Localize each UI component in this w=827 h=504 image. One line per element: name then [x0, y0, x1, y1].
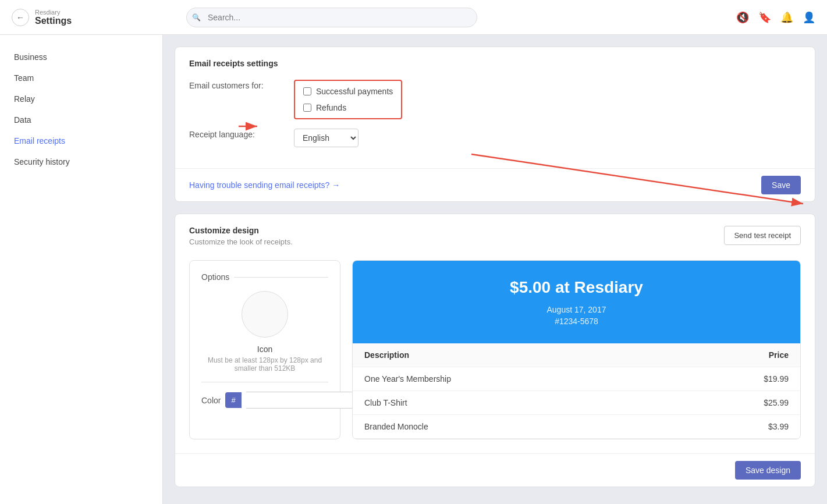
audio-icon[interactable]: 🔇: [736, 11, 749, 24]
icon-hint: Must be at least 128px by 128px and smal…: [201, 356, 328, 372]
save-design-button[interactable]: Save design: [735, 461, 801, 480]
app-name-small: Resdiary: [35, 9, 72, 16]
sidebar-item-business[interactable]: Business: [0, 47, 162, 68]
checkbox-group: Successful payments Refunds: [294, 80, 402, 119]
successful-payments-checkbox[interactable]: [303, 87, 311, 95]
receipt-item-0-desc: One Year's Membership: [364, 374, 451, 384]
customize-card-bottom: Save design: [175, 453, 815, 487]
bell-icon[interactable]: 🔔: [780, 11, 793, 24]
icon-label: Icon: [201, 345, 328, 354]
bookmark-icon[interactable]: 🔖: [758, 11, 771, 24]
receipt-item-2-desc: Branded Monocle: [364, 422, 428, 431]
refunds-checkbox[interactable]: [303, 104, 311, 112]
search-input[interactable]: [186, 8, 477, 27]
email-receipts-footer: Having trouble sending email receipts? →…: [175, 168, 815, 201]
customize-header: Customize design Customize the look of r…: [175, 214, 815, 251]
icon-circle: [242, 291, 288, 338]
app-name-big: Settings: [35, 16, 72, 26]
trouble-link[interactable]: Having trouble sending email receipts? →: [189, 180, 340, 190]
header-left: ← Resdiary Settings: [12, 9, 175, 26]
color-hash-button[interactable]: #: [225, 392, 241, 408]
refunds-item[interactable]: Refunds: [303, 103, 393, 112]
customize-design-card: Customize design Customize the look of r…: [175, 214, 815, 487]
receipt-item-1-desc: Club T-Shirt: [364, 398, 407, 407]
email-receipts-body: Email customers for: Successful payments…: [175, 68, 815, 168]
receipt-amount: $5.00 at Resdiary: [364, 278, 789, 297]
receipt-col-description: Description: [364, 350, 409, 360]
language-select[interactable]: English French Spanish German: [294, 129, 359, 147]
receipt-row-2: Branded Monocle $3.99: [353, 415, 800, 439]
receipt-id: #1234-5678: [364, 317, 789, 326]
receipt-table: Description Price One Year's Membership …: [353, 343, 800, 439]
receipt-row-0: One Year's Membership $19.99: [353, 367, 800, 391]
successful-payments-label: Successful payments: [316, 87, 393, 96]
customize-subtitle: Customize the look of receipts.: [189, 237, 293, 246]
refunds-label: Refunds: [316, 103, 346, 112]
receipt-col-price: Price: [769, 350, 789, 360]
design-area: Options Icon Must be at least 128px by 1…: [175, 251, 815, 453]
back-button[interactable]: ←: [12, 9, 29, 26]
options-title: Options: [201, 272, 328, 282]
receipt-item-0-price: $19.99: [764, 374, 789, 384]
customize-header-text: Customize design Customize the look of r…: [189, 226, 293, 246]
header-right: 🔇 🔖 🔔 👤: [736, 11, 815, 24]
receipt-preview: $5.00 at Resdiary August 17, 2017 #1234-…: [352, 260, 801, 439]
language-label: Receipt language:: [189, 129, 294, 139]
email-for-row: Email customers for: Successful payments…: [189, 80, 801, 119]
sidebar-item-relay[interactable]: Relay: [0, 88, 162, 109]
email-for-label: Email customers for:: [189, 80, 294, 90]
successful-payments-item[interactable]: Successful payments: [303, 87, 393, 96]
color-input[interactable]: [246, 392, 354, 409]
color-row: Color #: [201, 392, 328, 409]
sidebar: Business Team Relay Data Email receipts …: [0, 35, 163, 504]
email-receipts-title: Email receipts settings: [175, 47, 815, 68]
email-receipts-card: Email receipts settings Email customers …: [175, 47, 815, 202]
search-bar: [186, 8, 477, 27]
language-row: Receipt language: English French Spanish…: [189, 129, 801, 147]
receipt-item-2-price: $3.99: [768, 422, 789, 431]
receipt-date: August 17, 2017: [364, 305, 789, 314]
main-content: Email receipts settings Email customers …: [163, 35, 827, 504]
receipt-item-1-price: $25.99: [764, 398, 789, 407]
options-panel: Options Icon Must be at least 128px by 1…: [189, 260, 340, 439]
layout: Business Team Relay Data Email receipts …: [0, 35, 827, 504]
save-button[interactable]: Save: [761, 176, 801, 194]
user-icon[interactable]: 👤: [803, 11, 815, 24]
receipt-table-header: Description Price: [353, 343, 800, 367]
send-test-button[interactable]: Send test receipt: [724, 226, 801, 245]
sidebar-item-security-history[interactable]: Security history: [0, 151, 162, 172]
sidebar-item-data[interactable]: Data: [0, 109, 162, 130]
receipt-preview-header: $5.00 at Resdiary August 17, 2017 #1234-…: [353, 261, 800, 343]
app-title: Resdiary Settings: [35, 9, 72, 26]
header: ← Resdiary Settings 🔇 🔖 🔔 👤: [0, 0, 827, 35]
options-divider: [201, 382, 328, 382]
customize-title: Customize design: [189, 226, 293, 235]
receipt-row-1: Club T-Shirt $25.99: [353, 391, 800, 415]
sidebar-item-team[interactable]: Team: [0, 68, 162, 88]
sidebar-item-email-receipts[interactable]: Email receipts: [0, 130, 162, 151]
color-label: Color: [201, 396, 221, 405]
